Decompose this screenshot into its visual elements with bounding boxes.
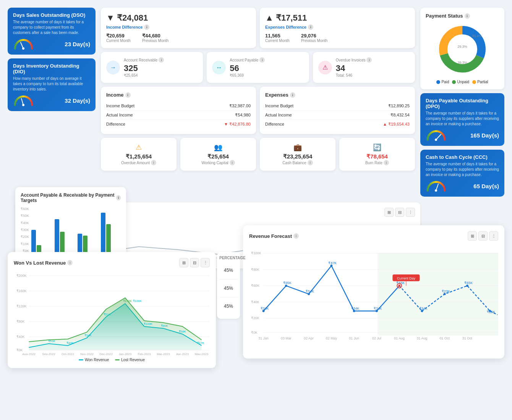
svg-text:₹100K: ₹100K: [251, 251, 261, 255]
dso-description: The average number of days it takes for …: [13, 19, 90, 36]
svg-text:31 Jan: 31 Jan: [258, 336, 269, 340]
dpo-card: Days Payable Outstanding (DPO) The avera…: [420, 93, 504, 146]
income-info-icon[interactable]: i: [125, 92, 131, 98]
svg-text:₹17K: ₹17K: [197, 341, 205, 345]
payment-status-info[interactable]: i: [465, 13, 470, 19]
exp-actual-val: ₹8,432.54: [390, 113, 410, 118]
expenses-prev-label: Previous Month: [301, 39, 327, 43]
svg-rect-49: [378, 252, 498, 335]
exp-budget-label: Income Budget: [265, 103, 293, 108]
wonlost-info-icon[interactable]: i: [67, 260, 73, 265]
income-prev-val: ₹44,680: [142, 33, 169, 39]
forecast-filter-btn[interactable]: ⊟: [478, 231, 488, 241]
overdue-amount-icon: ⚠: [106, 143, 171, 152]
forecast-info-icon[interactable]: i: [293, 233, 299, 239]
svg-text:₹51K: ₹51K: [104, 313, 111, 316]
wonlost-menu-btn[interactable]: ⋮: [201, 258, 210, 267]
svg-text:₹100K: ₹100K: [133, 299, 142, 303]
svg-text:₹34K: ₹34K: [374, 307, 382, 310]
svg-point-76: [330, 265, 332, 267]
income-diff-info-icon[interactable]: i: [144, 24, 149, 30]
dio-title: Days Inventory Outstanding (DIO): [13, 63, 90, 74]
svg-text:₹40K: ₹40K: [66, 341, 74, 345]
svg-text:31.4%: 31.4%: [472, 34, 482, 38]
dso-title: Days Sales Outstanding (DSO): [13, 12, 90, 18]
wonlost-export-btn[interactable]: ⊞: [179, 258, 188, 267]
ap-info-icon[interactable]: i: [259, 57, 265, 63]
expenses-diff-info-icon[interactable]: i: [308, 24, 313, 30]
svg-text:₹65K: ₹65K: [464, 281, 473, 285]
svg-text:₹34K: ₹34K: [351, 307, 360, 310]
overdue-value: 34: [336, 63, 372, 73]
ar-value: 325: [124, 63, 164, 73]
forecast-menu-btn[interactable]: ⋮: [489, 231, 498, 241]
exp-budget-val: ₹12,890.25: [388, 103, 410, 108]
ar-icon: →: [106, 61, 120, 74]
svg-text:₹160K: ₹160K: [16, 289, 27, 293]
working-capital-info[interactable]: i: [230, 160, 235, 165]
paid-legend-dot: [436, 80, 440, 84]
bar-ap-3: [78, 234, 82, 253]
expenses-curr-val: 11,565: [265, 33, 290, 39]
payment-donut-chart: 29.3% 31.4% 39.3%: [436, 23, 489, 76]
income-prev-label: Previous Month: [142, 39, 169, 43]
svg-text:01 Jun: 01 Jun: [349, 336, 359, 340]
dso-card: Days Sales Outstanding (DSO) The average…: [8, 8, 96, 55]
burn-rate-value: ₹78,654: [345, 153, 410, 160]
svg-text:31 Aug: 31 Aug: [417, 336, 428, 340]
svg-text:₹87K: ₹87K: [328, 261, 337, 265]
svg-text:₹80K: ₹80K: [16, 320, 25, 323]
burn-rate-label: Burn Rate: [365, 161, 382, 165]
cash-balance-info[interactable]: i: [308, 160, 313, 165]
burn-rate-icon: 🔄: [345, 143, 410, 152]
svg-text:₹34K: ₹34K: [419, 307, 428, 310]
ar-info-icon[interactable]: i: [159, 57, 164, 63]
svg-point-84: [421, 310, 423, 312]
svg-text:₹65K: ₹65K: [283, 281, 292, 285]
ap-chart-info[interactable]: i: [116, 195, 121, 200]
ccc-value: 65 Day(s): [473, 183, 499, 189]
svg-text:₹80K: ₹80K: [251, 268, 259, 271]
bar-ar-3: [83, 236, 87, 253]
overdue-icon: ⚠: [318, 61, 332, 74]
forecast-export-btn[interactable]: ⊞: [468, 231, 477, 241]
payment-status-card: Payment Status i 29.3% 31.4%: [420, 8, 504, 89]
expenses-title: Expenses: [265, 92, 288, 98]
svg-text:₹90K: ₹90K: [161, 324, 169, 328]
income-diff-label: Income Difference: [106, 25, 143, 29]
svg-text:₹120K: ₹120K: [16, 304, 27, 308]
expenses-table-card: Expenses i Income Budget ₹12,890.25 Actu…: [260, 87, 415, 134]
overdue-amount-info[interactable]: i: [151, 160, 156, 165]
svg-text:₹40K: ₹40K: [251, 300, 259, 304]
svg-text:Aug-2022: Aug-2022: [22, 352, 36, 355]
sales-export-btn[interactable]: ⊞: [384, 208, 394, 217]
overdue-info-icon[interactable]: i: [366, 57, 372, 63]
svg-text:02 May: 02 May: [326, 336, 337, 340]
pct-2: 45%: [219, 279, 238, 297]
svg-point-1: [22, 47, 24, 50]
cash-balance-card: 💼 ₹23,25,654 Cash Balance i: [260, 138, 335, 171]
sales-filter-btn[interactable]: ⊟: [395, 208, 404, 217]
burn-rate-info[interactable]: i: [384, 160, 389, 165]
svg-text:₹0K: ₹0K: [16, 348, 23, 352]
working-capital-card: 👥 ₹25,654 Working Capital i: [180, 138, 256, 171]
svg-text:₹54K: ₹54K: [306, 289, 314, 293]
svg-point-3: [22, 104, 24, 106]
sales-menu-btn[interactable]: ⋮: [406, 208, 415, 217]
wonlost-filter-btn[interactable]: ⊟: [190, 258, 199, 267]
svg-text:₹0K: ₹0K: [251, 331, 258, 334]
income-title: Income: [106, 92, 124, 98]
svg-text:03 Mar: 03 Mar: [281, 336, 292, 340]
svg-text:₹51K: ₹51K: [48, 339, 56, 343]
income-diff-value: ▼ ₹24,081: [106, 13, 251, 23]
expenses-info-icon[interactable]: i: [290, 92, 295, 98]
ap-label: Account Payable: [230, 58, 258, 62]
expenses-prev-val: 29,076: [301, 33, 327, 39]
svg-text:Current Day: Current Day: [397, 276, 415, 280]
pct-1: 45%: [219, 262, 238, 279]
pct-header: PERCENTAGE: [219, 256, 238, 260]
dpo-title: Days Payable Outstanding (DPO): [426, 98, 499, 109]
percentage-col: PERCENTAGE 45% 45% 45%: [217, 252, 240, 319]
overdue-sub: Total: 546: [336, 73, 372, 78]
ar-card: → Account Receivable i 325 ₹25,654: [101, 52, 203, 83]
